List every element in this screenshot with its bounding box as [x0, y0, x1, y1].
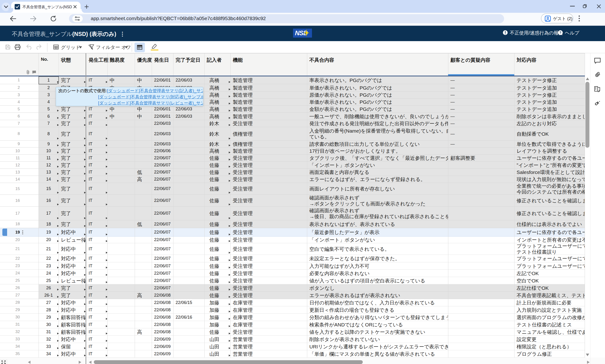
- svg-text:?: ?: [559, 31, 562, 35]
